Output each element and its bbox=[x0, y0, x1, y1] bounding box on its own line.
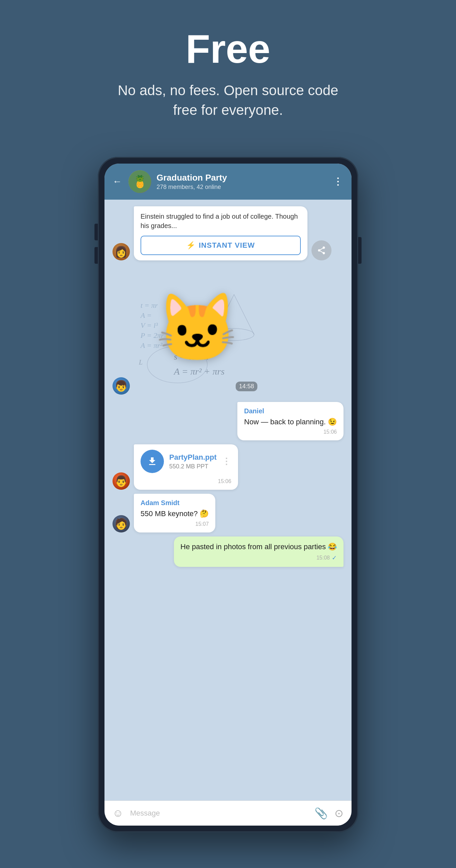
daniel-bubble: Daniel Now — back to planning. 😉 15:06 bbox=[237, 402, 343, 441]
group-avatar: 🍍 bbox=[128, 170, 151, 193]
sticker-container: t = πr A = V = l³ P = 2πr A = πr² bbox=[134, 268, 261, 395]
hero-title: Free bbox=[186, 27, 270, 71]
self-time-value: 15:08 bbox=[316, 555, 330, 561]
group-members: 278 members, 42 online bbox=[157, 184, 328, 191]
file-message-row: PartyPlan.ppt 550.2 MB PPT ⋮ 15:06 bbox=[113, 444, 343, 490]
avatar-man2 bbox=[113, 472, 130, 490]
hero-subtitle: No ads, no fees. Open source code free f… bbox=[111, 81, 345, 120]
group-info: Graduation Party 278 members, 42 online bbox=[157, 173, 328, 191]
self-bubble: He pasted in photos from all previous pa… bbox=[174, 536, 343, 567]
file-download-button[interactable] bbox=[141, 450, 164, 473]
message-input[interactable]: Message bbox=[130, 809, 308, 817]
group-avatar-img: 🍍 bbox=[128, 170, 151, 193]
group-name: Graduation Party bbox=[157, 173, 328, 183]
article-bubble: Einstein struggled to find a job out of … bbox=[134, 206, 307, 260]
back-button[interactable]: ← bbox=[113, 176, 122, 187]
phone-screen: ← 🍍 Graduation Party 278 members, 42 onl… bbox=[104, 163, 352, 826]
svg-text:A =: A = bbox=[140, 311, 152, 319]
file-size: 550.2 MB PPT bbox=[169, 463, 217, 470]
adam-message-time: 15:07 bbox=[141, 521, 209, 527]
daniel-message-time: 15:06 bbox=[244, 429, 337, 435]
sticker-message-row: t = πr A = V = l³ P = 2πr A = πr² bbox=[113, 268, 343, 395]
file-row: PartyPlan.ppt 550.2 MB PPT ⋮ bbox=[141, 450, 231, 473]
file-bubble: PartyPlan.ppt 550.2 MB PPT ⋮ 15:06 bbox=[134, 444, 238, 490]
article-message-row: Einstein struggled to find a job out of … bbox=[113, 206, 343, 260]
share-button[interactable] bbox=[311, 240, 332, 260]
file-name: PartyPlan.ppt bbox=[169, 453, 217, 462]
file-more-options[interactable]: ⋮ bbox=[222, 456, 231, 467]
adam-sender-name: Adam Smidt bbox=[141, 499, 209, 507]
phone-wrapper: ← 🍍 Graduation Party 278 members, 42 onl… bbox=[98, 157, 358, 832]
more-options-icon[interactable]: ⋮ bbox=[333, 176, 343, 187]
svg-text:🍍: 🍍 bbox=[132, 174, 148, 189]
file-info: PartyPlan.ppt 550.2 MB PPT bbox=[169, 453, 217, 470]
power-button bbox=[358, 237, 362, 264]
input-bar: ☺ Message 📎 ⊙ bbox=[104, 801, 352, 826]
avatar-man3 bbox=[113, 515, 130, 532]
cat-sticker: 🐱 bbox=[156, 294, 239, 361]
hero-section: Free No ads, no fees. Open source code f… bbox=[0, 0, 456, 140]
avatar-woman bbox=[113, 243, 130, 260]
adam-message-row: Adam Smidt 550 MB keynote? 🤔 15:07 bbox=[113, 494, 343, 532]
file-message-time: 15:06 bbox=[141, 478, 231, 485]
self-message-row: He pasted in photos from all previous pa… bbox=[113, 536, 343, 567]
adam-message-text: 550 MB keynote? 🤔 bbox=[141, 509, 209, 519]
article-preview-text: Einstein struggled to find a job out of … bbox=[134, 206, 307, 233]
vol-button-up bbox=[94, 224, 98, 240]
download-icon bbox=[147, 456, 158, 467]
self-message-text: He pasted in photos from all previous pa… bbox=[181, 542, 337, 552]
camera-icon[interactable]: ⊙ bbox=[334, 807, 343, 819]
read-check-icon: ✓ bbox=[332, 554, 337, 561]
avatar-man1 bbox=[113, 377, 130, 395]
adam-bubble: Adam Smidt 550 MB keynote? 🤔 15:07 bbox=[134, 494, 215, 532]
chat-header: ← 🍍 Graduation Party 278 members, 42 onl… bbox=[104, 163, 352, 199]
phone-frame: ← 🍍 Graduation Party 278 members, 42 onl… bbox=[98, 157, 358, 832]
daniel-message-text: Now — back to planning. 😉 bbox=[244, 417, 337, 427]
daniel-sender-name: Daniel bbox=[244, 407, 337, 415]
svg-text:L: L bbox=[139, 359, 143, 366]
vol-button-down bbox=[94, 247, 98, 264]
emoji-icon[interactable]: ☺ bbox=[113, 807, 123, 819]
chat-body: Einstein struggled to find a job out of … bbox=[104, 199, 352, 801]
share-icon bbox=[317, 246, 326, 255]
daniel-message-row: Daniel Now — back to planning. 😉 15:06 bbox=[113, 402, 343, 441]
svg-text:A = πr² + πrs: A = πr² + πrs bbox=[173, 366, 225, 377]
instant-view-button[interactable]: ⚡ INSTANT VIEW bbox=[141, 236, 301, 255]
instant-view-label: INSTANT VIEW bbox=[199, 241, 255, 250]
self-message-time: 15:08 ✓ bbox=[181, 554, 337, 561]
lightning-icon: ⚡ bbox=[186, 241, 195, 250]
attach-icon[interactable]: 📎 bbox=[314, 807, 328, 819]
sticker-time: 14:58 bbox=[236, 381, 257, 391]
